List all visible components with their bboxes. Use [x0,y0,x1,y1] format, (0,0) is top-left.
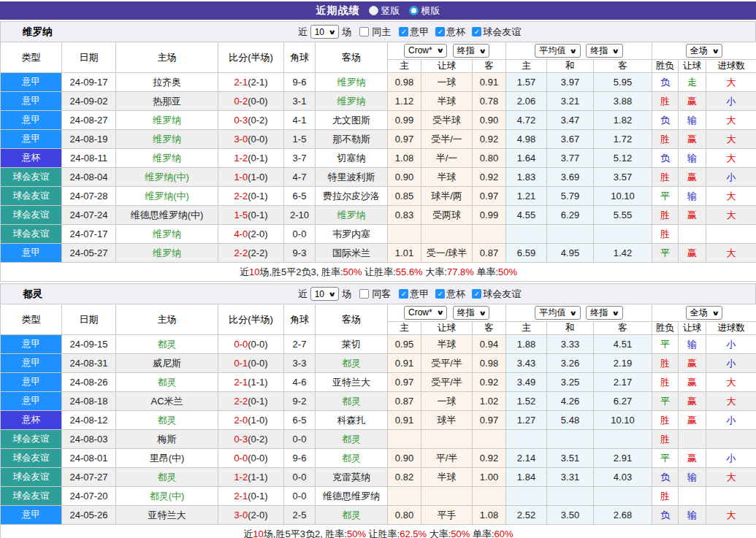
odds-home [388,430,421,449]
col-avg-away: 客 [594,322,652,335]
radio-selected-icon[interactable] [369,6,378,15]
match-count-select[interactable]: 10∨ [310,25,340,39]
result-goals: 大 [706,73,756,92]
result-outcome: 负 [652,111,679,130]
odds-away: 0.94 [473,335,506,354]
fulltime-select[interactable]: 全场∨ [686,306,722,320]
serie-a-checkbox[interactable]: ✓ [399,27,408,36]
league-type-cell: 意甲 [1,506,62,525]
chevron-down-icon: ∨ [436,47,444,54]
page-title: 近期战绩 [316,4,360,18]
odds-handicap: 一球 [421,73,473,92]
avg-draw: 5.48 [547,411,594,430]
corner-score: 0-0 [284,468,316,487]
result-outcome: 胜 [652,354,679,373]
odds-stage-select[interactable]: 终指∨ [453,306,489,320]
coppa-checkbox[interactable]: ✓ [435,289,445,299]
match-date: 24-08-31 [62,354,116,373]
near-label: 近 [298,288,308,301]
match-row: 球会友谊 24-07-28 维罗纳(中) 2-2(0-1) 6-5 费拉尔皮沙洛… [1,187,756,206]
serie-a-checkbox[interactable]: ✓ [399,289,408,299]
odds-away [473,430,506,449]
home-team: 维罗纳 [116,225,218,244]
avg-provider-select[interactable]: 平均值∨ [535,44,580,58]
radio-unselected-icon[interactable] [409,6,419,15]
match-date: 24-08-12 [62,411,116,430]
league-type-cell: 意杯 [1,411,62,430]
score-cell: 4-0(2-0) [218,225,284,244]
fulltime-score: 1-0 [234,172,248,182]
recent-results-table: 类型 日期 主场 比分(半场) 角球 客场 Crow*∨ 终指∨ 平均值∨ 终指… [0,304,756,538]
away-team: 韦罗内塞 [316,225,388,244]
halftime-score: (2-1) [248,77,267,88]
friendly-checkbox[interactable]: ✓ [472,27,481,36]
result-outcome: 胜 [652,225,679,244]
score-cell: 0-3(0-2) [218,430,284,449]
score-cell: 2-2(2-2) [218,244,284,263]
avg-stage-select[interactable]: 终指∨ [586,306,622,320]
avg-stage-select[interactable]: 终指∨ [586,44,622,58]
odds-provider-select[interactable]: Crow*∨ [404,306,447,320]
avg-away [594,487,652,506]
match-row: 意杯 24-08-12 都灵 2-0(1-0) 6-5 科森扎 0.91 球半 … [1,411,756,430]
layout-horizontal-radio[interactable]: 横版 [409,4,440,18]
home-team: 维罗纳 [116,130,218,149]
avg-away: 2.17 [594,373,652,392]
chevron-down-icon: ∨ [328,28,336,36]
result-handicap [679,487,706,506]
result-goals [706,487,756,506]
team-header-row: 都灵 近 10∨ 场 同客 ✓ 意甲 ✓ 意杯 ✓ 球会友谊 [0,283,756,304]
fulltime-group-header: 全场∨ [652,42,756,60]
result-handicap: 赢 [679,373,706,392]
same-venue-label: 同客 [372,288,391,301]
league-type-cell: 意甲 [1,92,62,111]
match-row: 意甲 24-05-26 亚特兰大 3-0(2-0) 2-5 都灵 0.80 平手… [1,506,756,525]
away-team: 亚特兰大 [316,373,388,392]
home-team: 拉齐奥 [116,73,218,92]
away-team: 维罗纳 [316,73,388,92]
result-handicap: 赢 [679,206,706,225]
avg-draw: 3.31 [547,468,594,487]
away-team: 都灵 [316,430,388,449]
avg-home: 4.98 [506,130,547,149]
check-icon: ✓ [474,27,480,36]
fulltime-select[interactable]: 全场∨ [686,44,722,58]
match-date: 24-05-26 [62,506,116,525]
same-venue-checkbox[interactable] [359,27,369,36]
check-icon: ✓ [401,27,407,36]
odds-away: 0.92 [473,449,506,468]
result-goals: 大 [706,244,756,263]
result-outcome: 平 [652,187,679,206]
league-type-cell: 意甲 [1,335,62,354]
odds-provider-select[interactable]: Crow*∨ [404,44,447,58]
games-label: 场 [342,26,351,39]
result-goals: 大 [706,373,756,392]
odds-handicap: 半球 [421,168,473,187]
score-cell: 0-2(0-0) [218,92,284,111]
away-team: 克雷莫纳 [316,468,388,487]
odds-stage-select[interactable]: 终指∨ [453,44,489,58]
same-venue-checkbox[interactable] [359,289,369,299]
avg-away: 5.55 [594,206,652,225]
result-goals: 大 [706,149,756,168]
col-score: 比分(半场) [218,42,284,73]
friendly-checkbox[interactable]: ✓ [472,289,481,299]
fulltime-group-header: 全场∨ [652,304,756,322]
coppa-checkbox[interactable]: ✓ [435,27,445,36]
match-count-select[interactable]: 10∨ [310,287,340,301]
odds-away: 0.99 [473,206,506,225]
fulltime-score: 3-0 [234,510,248,520]
halftime-score: (0-0) [248,96,267,107]
col-score: 比分(半场) [218,304,284,335]
odds-away [473,487,506,506]
result-handicap: 赢 [679,392,706,411]
team-header-row: 维罗纳 近 10∨ 场 同主 ✓ 意甲 ✓ 意杯 ✓ 球会友谊 [0,21,756,42]
layout-vertical-radio[interactable]: 竖版 [369,4,400,18]
team-section-verona: 维罗纳 近 10∨ 场 同主 ✓ 意甲 ✓ 意杯 ✓ 球会友谊 类型 日期 主场 [0,21,756,282]
avg-provider-select[interactable]: 平均值∨ [535,306,580,320]
score-cell: 1-2(0-1) [218,149,284,168]
halftime-score: (0-0) [248,358,267,369]
chevron-down-icon: ∨ [711,310,719,317]
col-res-handicap: 让球 [679,60,706,73]
odds-handicap: 平/半 [421,449,473,468]
